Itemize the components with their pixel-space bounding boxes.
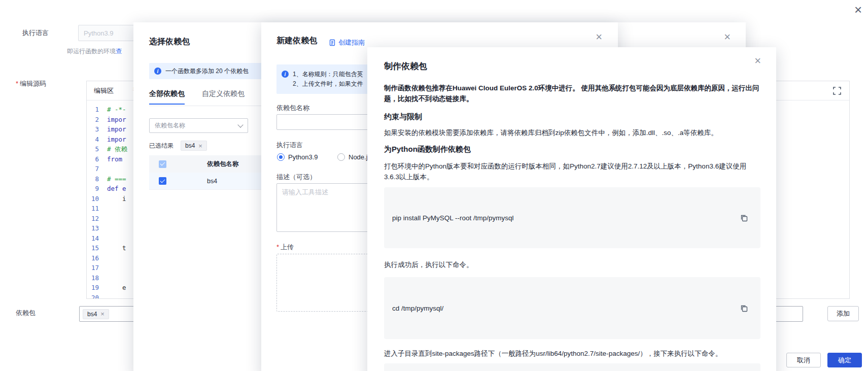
page-close-icon[interactable]: × <box>854 3 862 16</box>
line-number: 15 <box>87 243 107 253</box>
after-cd-text: 进入子目录直到site-packages路径下（一般路径为usr/lib64/p… <box>384 348 770 359</box>
line-text: impor <box>107 115 126 125</box>
code-block-partial <box>384 363 760 371</box>
creation-guide-link[interactable]: 创建指南 <box>329 38 365 47</box>
runtime-hint-link[interactable]: 查 <box>116 48 122 55</box>
fullscreen-icon[interactable] <box>832 86 842 96</box>
python-deps-body: 打包环境中的Python版本要和对应函数的运行时版本相同，如Python2.7建… <box>384 161 760 182</box>
after-pip-text: 执行成功后，执行以下命令。 <box>384 259 760 270</box>
constraints-heading: 约束与限制 <box>384 112 422 122</box>
add-button[interactable]: 添加 <box>827 306 859 321</box>
guide-intro: 制作函数依赖包推荐在Huawei Cloud EulerOS 2.0环境中进行。… <box>384 83 760 104</box>
selected-results-row: 已选结果 bs4 × <box>149 141 207 151</box>
cancel-button[interactable]: 取消 <box>786 353 821 367</box>
select-all-checkbox[interactable] <box>159 160 166 168</box>
copy-icon[interactable] <box>740 214 748 222</box>
guide-doc-icon <box>329 39 336 46</box>
line-number: 5 <box>87 144 107 154</box>
line-text: t <box>107 243 126 253</box>
constraints-body: 如果安装的依赖模块需要添加依赖库，请将依赖库归档到zip依赖包文件中，例如，添加… <box>384 127 760 138</box>
copy-icon[interactable] <box>740 304 748 313</box>
select-modal-title: 选择依赖包 <box>149 37 190 47</box>
line-text: from <box>107 154 122 164</box>
dep-tag: bs4 × <box>83 309 109 319</box>
filter-placeholder: 依赖包名称 <box>155 121 185 130</box>
guide-link-text: 创建指南 <box>338 38 365 47</box>
editor-tab-edit-area[interactable]: 编辑区 <box>94 86 114 95</box>
required-asterisk: * <box>16 80 18 87</box>
line-number: 19 <box>87 283 107 293</box>
tab-custom-dependencies[interactable]: 自定义依赖包 <box>202 89 245 105</box>
line-number: 3 <box>87 124 107 134</box>
line-number: 12 <box>87 214 107 224</box>
code-block-cd: cd /tmp/pymysql/ <box>384 277 760 339</box>
radio-unselected-icon[interactable] <box>337 153 345 161</box>
line-number: 13 <box>87 223 107 233</box>
info-icon <box>282 71 289 78</box>
line-number: 14 <box>87 233 107 244</box>
line-text: def e <box>107 184 126 194</box>
tab-all-dependencies[interactable]: 全部依赖包 <box>149 89 185 105</box>
line-number: 6 <box>87 154 107 164</box>
make-dependency-guide-modal: 制作依赖包 × 制作函数依赖包推荐在Huawei Cloud EulerOS 2… <box>367 47 776 371</box>
dep-tag-close-icon[interactable]: × <box>100 311 105 317</box>
line-number: 8 <box>87 174 107 184</box>
create-runtime-label: 执行语言 <box>276 141 303 150</box>
runtime-option-python-label: Python3.9 <box>288 153 318 161</box>
line-number: 17 <box>87 263 107 273</box>
chevron-down-icon <box>237 122 243 127</box>
python-deps-heading: 为Python函数制作依赖包 <box>384 145 471 154</box>
selected-tag-close-icon[interactable]: × <box>198 143 202 149</box>
selected-results-label: 已选结果 <box>149 142 173 150</box>
radio-selected-icon[interactable] <box>277 153 285 161</box>
source-label-text: 编辑源码 <box>20 80 46 87</box>
required-asterisk: * <box>276 243 279 251</box>
upload-label-text: 上传 <box>281 243 294 251</box>
line-number: 2 <box>87 115 107 125</box>
create-modal-title: 新建依赖包 <box>276 36 317 46</box>
line-number: 10 <box>87 194 107 204</box>
line-number: 1 <box>87 105 107 115</box>
line-text: # === <box>107 174 126 184</box>
selected-tag-text: bs4 <box>185 142 195 149</box>
line-text: # 依赖 <box>107 144 127 154</box>
line-text: impor <box>107 124 126 134</box>
runtime-option-python[interactable]: Python3.9 <box>277 153 318 161</box>
line-text: # -*- <box>107 105 126 115</box>
line-number: 7 <box>87 164 107 174</box>
dep-name-cell: bs4 <box>207 178 217 185</box>
line-number: 11 <box>87 204 107 214</box>
info-icon <box>154 68 161 75</box>
row-checkbox[interactable] <box>159 177 166 185</box>
dep-tag-text: bs4 <box>87 311 97 318</box>
guide-modal-close-icon[interactable]: × <box>754 55 761 66</box>
code-text: pip install PyMySQL --root /tmp/pymysql <box>392 214 514 222</box>
line-number: 18 <box>87 273 107 283</box>
confirm-button[interactable]: 确定 <box>827 353 862 367</box>
rule-line-2: 2、上传文件时，如果文件 <box>293 79 363 89</box>
runtime-hint: 即运行函数的环境查 <box>67 47 122 56</box>
line-number: 16 <box>87 253 107 263</box>
runtime-hint-text: 即运行函数的环境 <box>67 48 116 55</box>
line-number: 9 <box>87 184 107 194</box>
selected-tag: bs4 × <box>181 141 207 151</box>
dependency-tabs: 全部依赖包 自定义依赖包 <box>149 89 245 105</box>
dependency-name-filter[interactable]: 依赖包名称 <box>149 118 248 133</box>
dep-name-label: 依赖包名称 <box>276 104 309 113</box>
rule-line-1: 1、名称规则：只能包含英 <box>293 70 363 79</box>
source-label: *编辑源码 <box>16 79 46 88</box>
description-label: 描述（可选） <box>276 173 316 182</box>
create-modal-close-icon[interactable]: × <box>596 31 602 43</box>
guide-modal-title: 制作依赖包 <box>384 60 427 72</box>
table-header-name: 依赖包名称 <box>207 160 239 168</box>
line-text: impor <box>107 134 126 145</box>
code-text: cd /tmp/pymysql/ <box>392 305 443 312</box>
runtime-label: 执行语言 <box>22 28 49 38</box>
select-modal-close-icon[interactable]: × <box>724 31 731 43</box>
select-modal-info-text: 一个函数最多添加 20 个依赖包 <box>165 67 249 76</box>
line-text: i <box>107 194 126 204</box>
line-text: e <box>107 283 126 293</box>
line-number: 20 <box>87 293 107 299</box>
deps-label: 依赖包 <box>16 309 36 318</box>
code-block-pip-install: pip install PyMySQL --root /tmp/pymysql <box>384 187 760 248</box>
